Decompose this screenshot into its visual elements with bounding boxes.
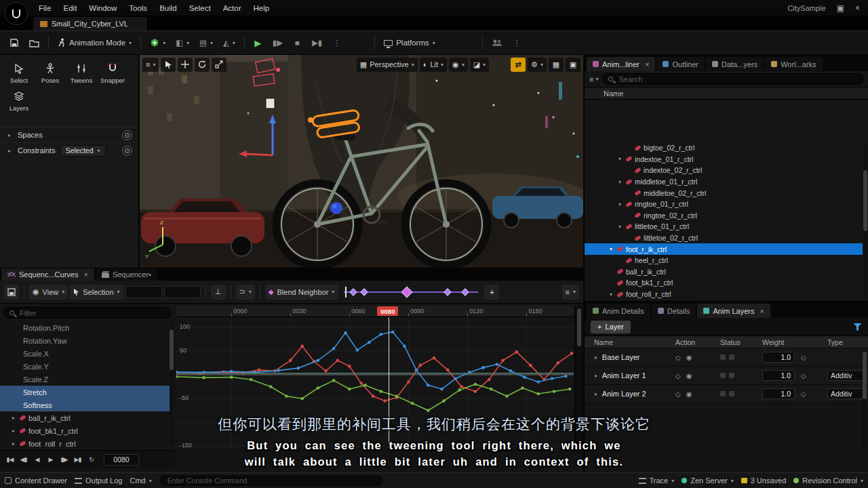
tab-anim-layers[interactable]: Anim Layers ×: [697, 304, 770, 318]
show-flags-dropdown[interactable]: ◉▾: [449, 58, 468, 72]
layer-filter-icon[interactable]: [853, 323, 862, 331]
close-tab-icon[interactable]: ×: [645, 60, 649, 68]
tab-outliner[interactable]: Outliner: [656, 57, 705, 71]
trace-dropdown[interactable]: Trace▾: [639, 476, 675, 485]
tab-data-layers[interactable]: Data...yers: [706, 57, 764, 71]
tree-row[interactable]: foot_bk1_r_ctrl: [585, 277, 863, 289]
unsaved-button[interactable]: 3 Unsaved: [741, 476, 787, 485]
perspective-dropdown[interactable]: ▦Perspective▾: [357, 58, 418, 72]
multi-user-button[interactable]: [488, 35, 507, 52]
curve-track-row[interactable]: Rotation.Yaw: [0, 334, 170, 347]
tree-row[interactable]: ▾indextoe_01_r_ctrl: [585, 154, 863, 165]
move-tool-icon[interactable]: [178, 58, 193, 72]
layer-type-dropdown[interactable]: Additiv: [827, 388, 864, 399]
weight-key-icon[interactable]: ◇: [801, 372, 806, 380]
add-key-icon[interactable]: ◇: [675, 390, 681, 398]
add-actor-dropdown[interactable]: ▾: [146, 35, 170, 52]
platforms-dropdown[interactable]: Platforms▾: [380, 35, 439, 52]
tween-crosshair-icon[interactable]: +: [484, 285, 499, 300]
frame-skip-button[interactable]: ▮▶: [269, 35, 287, 52]
optimization-dropdown[interactable]: ◪▾: [470, 58, 489, 72]
weight-input[interactable]: 1.0: [762, 388, 795, 399]
menu-file[interactable]: File: [33, 4, 58, 12]
layer-row[interactable]: ●Base Layer◇◉1.0◇: [585, 348, 868, 367]
curve-editor-menu[interactable]: ≡▾: [562, 285, 579, 300]
viewport-options-menu[interactable]: ≡▾: [142, 58, 159, 72]
col-name[interactable]: Name: [594, 338, 675, 346]
col-type[interactable]: Type: [827, 338, 868, 346]
constraints-section[interactable]: ▸ Constraints Selected▾ ⊙: [0, 142, 138, 158]
layout-icon[interactable]: ▣: [837, 3, 844, 13]
tween-key-strip[interactable]: [344, 285, 478, 299]
weight-input[interactable]: 1.0: [762, 370, 795, 381]
weight-key-icon[interactable]: ◇: [801, 390, 806, 398]
curve-tools-dropdown[interactable]: ⊃▾: [236, 285, 255, 300]
tree-row[interactable]: indextoe_02_r_ctrl: [585, 165, 863, 176]
time-ruler[interactable]: 000000300060009001200150: [176, 306, 574, 317]
tree-row[interactable]: ▾foot_r_ik_ctrl: [585, 243, 863, 255]
content-browser-button[interactable]: [25, 35, 43, 52]
spaces-add-icon[interactable]: ⊙: [122, 130, 132, 140]
layers-scrollbar[interactable]: [863, 350, 867, 452]
filter-input[interactable]: [18, 308, 165, 318]
tree-row[interactable]: ▾ringtoe_01_r_ctrl: [585, 199, 863, 210]
col-action[interactable]: Action: [675, 338, 720, 346]
lock-status-icon[interactable]: [720, 373, 726, 378]
save-button[interactable]: [5, 35, 23, 52]
viewport-settings-gear-icon[interactable]: ⚙▾: [528, 58, 547, 72]
link-status-icon[interactable]: [729, 354, 734, 360]
zen-server-dropdown[interactable]: Zen Server▾: [682, 476, 733, 485]
tab-sequencer[interactable]: Sequencer•: [96, 268, 157, 281]
lock-status-icon[interactable]: [720, 391, 726, 396]
landscape-dropdown[interactable]: ◭▾: [219, 35, 239, 52]
menu-select[interactable]: Select: [183, 4, 217, 12]
revision-control-dropdown[interactable]: Revision Control▾: [793, 476, 863, 485]
add-key-icon[interactable]: ◇: [675, 354, 681, 361]
grid-snap-icon[interactable]: ▦: [549, 58, 564, 72]
keyframe-diamond-icon[interactable]: [401, 286, 413, 298]
select-bones-icon[interactable]: ◉: [686, 390, 692, 398]
menu-actor[interactable]: Actor: [217, 4, 248, 12]
layer-row[interactable]: ●Anim Layer 2◇◉1.0◇Additiv: [585, 385, 868, 403]
editor-mode-dropdown[interactable]: Animation Mode▾: [54, 35, 136, 52]
tab-anim-details[interactable]: Anim Details: [587, 304, 650, 318]
level-tab[interactable]: Small_City_Cyber_LVL: [33, 16, 148, 30]
lock-status-icon[interactable]: [720, 354, 726, 360]
play-options-kebab[interactable]: ⋮: [328, 35, 345, 52]
tree-row[interactable]: heel_r_ctrl: [585, 255, 863, 266]
key-time-input[interactable]: [125, 286, 162, 298]
tree-row[interactable]: ▾foot_roll_r_ctrl: [585, 289, 863, 300]
tab-world-bookmarks[interactable]: Worl...arks: [765, 57, 822, 71]
keyframe-diamond-icon[interactable]: [350, 288, 357, 296]
tool-select[interactable]: Select: [4, 60, 34, 87]
close-tab-icon[interactable]: ×: [83, 270, 87, 279]
tree-row[interactable]: bigtoe_02_r_ctrl: [585, 142, 863, 154]
tree-row[interactable]: littletoe_02_r_ctrl: [585, 232, 863, 244]
curve-track-row[interactable]: Stretch: [0, 386, 170, 399]
tool-layers[interactable]: Layers: [4, 88, 34, 115]
rotate-tool-icon[interactable]: [195, 58, 210, 72]
play-button[interactable]: ▶: [250, 35, 267, 52]
menu-help[interactable]: Help: [248, 4, 276, 12]
outliner-filter-dropdown[interactable]: ≡▾: [589, 75, 598, 83]
constraints-add-icon[interactable]: ⊙: [122, 146, 132, 156]
curve-track-row[interactable]: Scale.Z: [0, 373, 170, 386]
add-layer-button[interactable]: +Layer: [591, 321, 631, 333]
tree-row[interactable]: ball_r_ik_ctrl: [585, 266, 863, 278]
menu-edit[interactable]: Edit: [58, 4, 83, 12]
link-status-icon[interactable]: [729, 373, 734, 378]
stop-button[interactable]: ■: [289, 35, 306, 52]
content-drawer-button[interactable]: Content Drawer: [5, 476, 67, 485]
curve-track-row[interactable]: Scale.Y: [0, 360, 170, 373]
tree-row[interactable]: middletoe_02_r_ctrl: [585, 187, 863, 199]
playhead-frame-tag[interactable]: 0080: [377, 306, 398, 316]
curve-track-row[interactable]: Rotation.Pitch: [0, 321, 170, 334]
blueprints-dropdown[interactable]: ◧▾: [172, 35, 193, 52]
save-keys-button[interactable]: [4, 285, 19, 300]
tree-row[interactable]: ▾middletoe_01_r_ctrl: [585, 176, 863, 188]
keyframe-diamond-icon[interactable]: [461, 288, 469, 296]
tab-anim-outliner[interactable]: Anim...liner ×: [587, 57, 655, 71]
tab-details[interactable]: Details: [652, 304, 696, 318]
keying-toggle-icon[interactable]: ⇄: [511, 58, 526, 72]
outliner-scrollbar[interactable]: [863, 143, 867, 299]
